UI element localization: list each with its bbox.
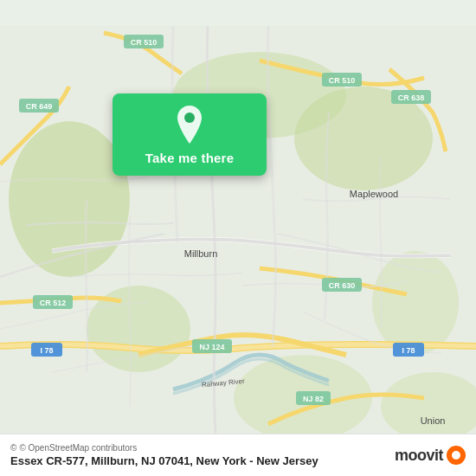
- svg-text:CR 630: CR 630: [329, 281, 356, 290]
- svg-text:Millburn: Millburn: [184, 248, 218, 259]
- svg-point-1: [9, 121, 130, 277]
- svg-text:I 78: I 78: [402, 346, 415, 355]
- svg-text:NJ 82: NJ 82: [303, 395, 324, 403]
- map-background: CR 510 CR 510 CR 638 CR 649 CR 630 CR 51…: [0, 0, 476, 476]
- svg-text:NJ 124: NJ 124: [199, 343, 224, 351]
- bottom-left-info: © © OpenStreetMap contributors Essex CR-…: [10, 443, 318, 467]
- svg-text:I 78: I 78: [40, 346, 53, 355]
- moovit-text: moovit: [395, 447, 443, 465]
- svg-text:CR 638: CR 638: [398, 93, 425, 102]
- address-text: Essex CR-577, Millburn, NJ 07041, New Yo…: [10, 454, 318, 467]
- bottom-bar: © © OpenStreetMap contributors Essex CR-…: [0, 434, 476, 476]
- svg-text:CR 510: CR 510: [131, 38, 158, 47]
- copyright-text: © OpenStreetMap contributors: [19, 443, 137, 453]
- location-card: Take me there: [113, 93, 267, 176]
- svg-text:CR 512: CR 512: [40, 299, 67, 307]
- copyright-symbol: ©: [10, 443, 16, 453]
- location-pin-icon: [174, 106, 205, 144]
- moovit-dot-icon: [447, 446, 466, 465]
- svg-text:CR 649: CR 649: [26, 102, 53, 111]
- svg-text:Union: Union: [421, 415, 446, 426]
- take-me-there-button[interactable]: Take me there: [145, 151, 234, 165]
- moovit-dot-inner: [452, 451, 460, 460]
- svg-text:CR 510: CR 510: [329, 76, 356, 85]
- svg-point-32: [184, 113, 195, 123]
- map-container: CR 510 CR 510 CR 638 CR 649 CR 630 CR 51…: [0, 0, 476, 476]
- moovit-logo: moovit: [395, 446, 466, 465]
- svg-point-5: [372, 251, 459, 355]
- copyright-row: © © OpenStreetMap contributors: [10, 443, 318, 453]
- svg-text:Maplewood: Maplewood: [350, 189, 398, 199]
